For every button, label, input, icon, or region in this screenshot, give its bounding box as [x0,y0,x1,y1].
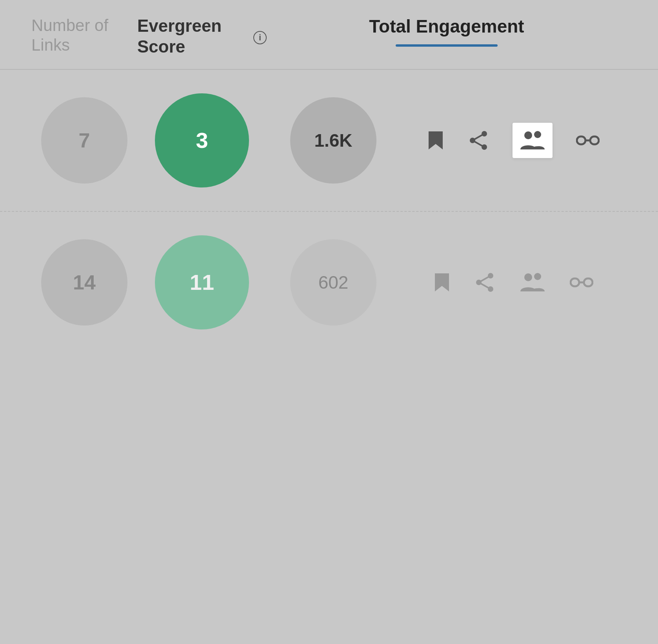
data-row-1: 7 3 1.6K [0,70,658,211]
engagement-value-1: 1.6K [314,130,352,151]
engagement-circle-2: 602 [290,239,376,326]
link-button-1[interactable] [576,133,600,147]
links-col-1: 7 [31,97,137,184]
bookmark-button-2[interactable] [433,272,451,293]
data-row-2: 14 11 602 [0,212,658,353]
share-button-2[interactable] [474,272,495,293]
header-row: Number of Links Evergreen Score i Total … [0,0,658,57]
number-of-links-label: Number of Links [31,16,108,54]
links-value-2: 14 [73,271,96,294]
svg-line-13 [479,276,491,282]
svg-line-4 [473,140,484,147]
engagement-circle-1: 1.6K [290,97,376,184]
actions-col-2 [400,271,627,294]
evergreen-circle-2: 11 [155,235,249,329]
svg-rect-8 [590,136,599,144]
svg-point-5 [524,131,532,139]
total-engagement-label: Total Engagement [369,16,524,37]
col-evergreen-header: Evergreen Score i [137,16,267,57]
evergreen-score-label: Evergreen Score [137,16,249,57]
engagement-col-1: 1.6K [267,97,400,184]
active-tab-underline [396,44,498,47]
engagement-col-2: 602 [267,239,400,326]
group-button-1[interactable] [513,123,553,158]
svg-rect-17 [571,278,579,286]
main-container: Number of Links Evergreen Score i Total … [0,0,658,644]
evergreen-value-1: 3 [196,127,208,153]
svg-rect-18 [584,278,593,286]
svg-point-6 [534,131,541,138]
bookmark-button-1[interactable] [427,130,444,151]
info-icon[interactable]: i [253,31,267,44]
actions-col-1 [400,123,627,158]
engagement-value-2: 602 [318,272,349,293]
link-button-2[interactable] [570,275,593,289]
evergreen-circle-1: 3 [155,93,249,187]
evergreen-col-1: 3 [137,93,267,187]
col-total-engagement-header: Total Engagement [267,16,627,47]
col-number-links-header: Number of Links [31,16,137,55]
svg-line-14 [479,282,491,289]
svg-rect-7 [577,136,585,144]
links-col-2: 14 [31,239,137,326]
evergreen-col-2: 11 [137,235,267,329]
svg-point-16 [534,273,541,280]
evergreen-value-2: 11 [190,269,214,295]
links-circle-2: 14 [41,239,127,326]
links-value-1: 7 [79,129,90,152]
share-button-1[interactable] [468,130,489,151]
group-button-2[interactable] [519,271,546,294]
svg-point-15 [524,273,532,281]
svg-line-3 [473,134,484,140]
links-circle-1: 7 [41,97,127,184]
